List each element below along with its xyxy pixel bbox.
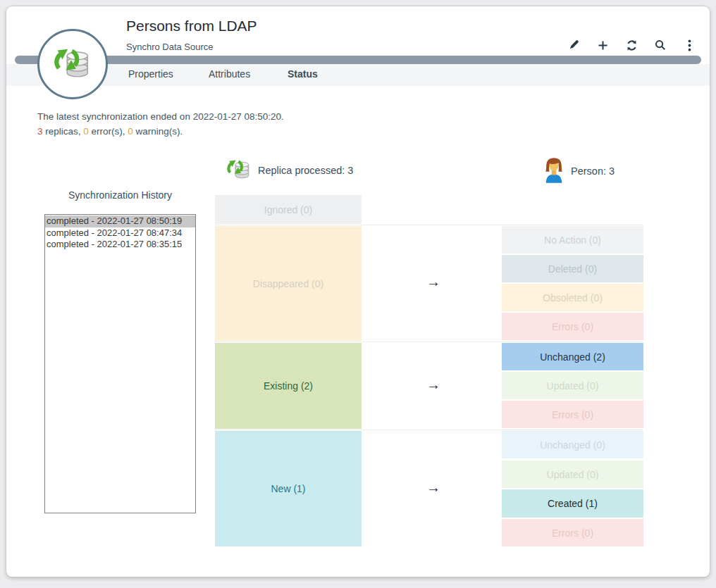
header-divider-bar <box>15 56 701 64</box>
last-sync-status-text: The latest synchronization ended on 2022… <box>37 111 284 122</box>
unchanged-box[interactable]: Unchanged (0) <box>502 431 643 458</box>
page-subtitle: Synchro Data Source <box>126 42 214 52</box>
search-icon[interactable] <box>654 39 667 51</box>
arrow-right-icon: → <box>414 274 453 290</box>
plus-icon[interactable] <box>596 39 609 51</box>
history-item[interactable]: completed - 2022-01-27 08:35:15 <box>45 239 195 251</box>
replica-summary: Replica processed: 3 <box>225 155 353 186</box>
warnings-count: 0 <box>128 126 133 137</box>
updated-box[interactable]: Updated (0) <box>502 461 643 488</box>
replica-processed-label: Replica processed: 3 <box>258 165 353 176</box>
deleted-box[interactable]: Deleted (0) <box>502 255 643 282</box>
sync-database-icon <box>225 155 253 186</box>
sync-database-icon <box>51 41 94 87</box>
arrow-right-icon: → <box>414 377 453 393</box>
errors-box[interactable]: Errors (0) <box>502 519 643 546</box>
toolbar <box>567 39 696 51</box>
errors-box[interactable]: Errors (0) <box>502 313 643 340</box>
group-separator <box>215 225 643 225</box>
group-separator <box>215 430 643 430</box>
datasource-avatar <box>37 29 108 99</box>
updated-box[interactable]: Updated (0) <box>502 372 643 399</box>
replicas-label: replicas, <box>43 126 84 137</box>
page-title: Persons from LDAP <box>126 18 257 35</box>
errors-count: 0 <box>83 126 89 137</box>
tab-band <box>6 64 710 86</box>
kebab-menu-icon[interactable] <box>683 39 696 51</box>
warnings-label: warning(s). <box>133 126 183 137</box>
group-separator <box>215 342 643 342</box>
person-icon <box>543 156 564 186</box>
obsoleted-box[interactable]: Obsoleted (0) <box>502 284 643 311</box>
created-box[interactable]: Created (1) <box>502 489 643 518</box>
new-box[interactable]: New (1) <box>215 431 362 546</box>
existing-box[interactable]: Existing (2) <box>215 343 362 429</box>
person-summary: Person: 3 <box>543 156 615 186</box>
refresh-icon[interactable] <box>625 39 638 51</box>
unchanged-box[interactable]: Unchanged (2) <box>502 343 643 370</box>
errors-label: error(s), <box>89 126 128 137</box>
history-item[interactable]: completed - 2022-01-27 08:47:34 <box>45 227 195 239</box>
ignored-box[interactable]: Ignored (0) <box>215 195 362 224</box>
history-item[interactable]: completed - 2022-01-27 08:50:19 <box>45 215 195 227</box>
tab-attributes[interactable]: Attributes <box>209 68 250 80</box>
sync-history-title: Synchronization History <box>44 189 196 201</box>
person-count-label: Person: 3 <box>571 165 615 177</box>
tab-properties[interactable]: Properties <box>128 68 173 80</box>
sync-history-listbox[interactable]: completed - 2022-01-27 08:50:19 complete… <box>44 214 196 513</box>
errors-box[interactable]: Errors (0) <box>502 401 643 428</box>
sync-counts-text: 3 replicas, 0 error(s), 0 warning(s). <box>37 126 183 137</box>
synchro-data-source-card: Persons from LDAP Synchro Data Source <box>6 6 710 577</box>
disappeared-box[interactable]: Disappeared (0) <box>215 226 362 341</box>
arrow-right-icon: → <box>414 480 453 496</box>
replicas-count: 3 <box>37 126 43 137</box>
no-action-box[interactable]: No Action (0) <box>502 226 643 254</box>
tab-status[interactable]: Status <box>288 68 318 80</box>
pencil-icon[interactable] <box>567 39 580 51</box>
